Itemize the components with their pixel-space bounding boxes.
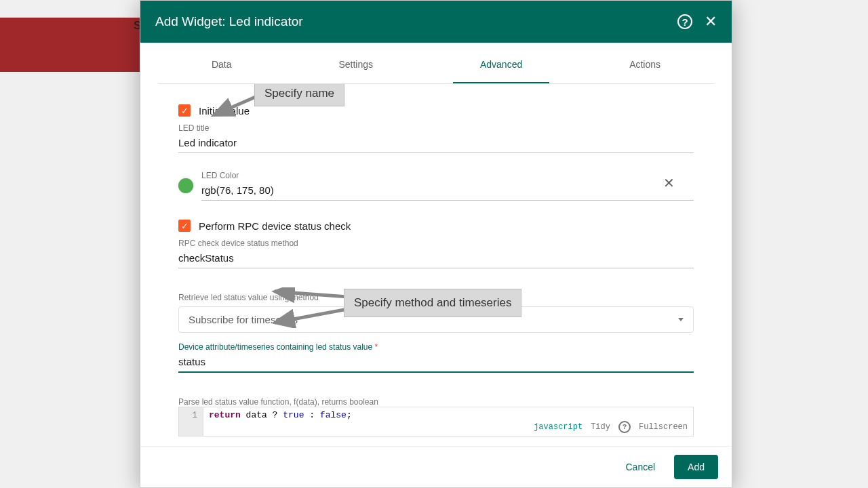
editor-lang-button[interactable]: javascript	[534, 422, 583, 432]
code-editor[interactable]: 1 return data ? true : false; javascript…	[178, 407, 694, 436]
editor-toolbar: javascript Tidy ? Fullscreen	[534, 421, 688, 433]
cancel-button[interactable]: Cancel	[616, 455, 665, 479]
dialog-footer: Cancel Add	[140, 446, 732, 487]
tab-settings[interactable]: Settings	[311, 59, 400, 83]
tab-advanced[interactable]: Advanced	[453, 59, 549, 83]
form-area: ✓ Initial value LED title LED Color ✕ ✓ …	[140, 84, 732, 446]
clear-color-icon[interactable]: ✕	[663, 175, 675, 191]
code-line: return data ? true : false;	[203, 407, 357, 423]
tabs-bar: Data Settings Advanced Actions	[158, 43, 714, 84]
add-button[interactable]: Add	[674, 455, 718, 479]
background-strip	[0, 18, 140, 72]
led-color-input[interactable]	[201, 180, 694, 201]
svg-line-1	[275, 291, 348, 297]
dialog-body: Data Settings Advanced Actions ✓ Initial…	[140, 43, 732, 446]
led-title-label: LED title	[178, 123, 694, 133]
led-color-label: LED Color	[201, 171, 694, 180]
annotation-arrow-2	[268, 287, 356, 328]
add-widget-dialog: Add Widget: Led indicator ? ✕ Data Setti…	[140, 0, 732, 488]
led-color-swatch[interactable]	[178, 178, 193, 193]
initial-value-checkbox[interactable]: ✓	[178, 104, 191, 117]
perform-rpc-label: Perform RPC device status check	[199, 220, 351, 232]
led-title-input[interactable]	[178, 133, 694, 153]
perform-rpc-checkbox[interactable]: ✓	[178, 220, 191, 232]
attribute-input[interactable]	[178, 352, 694, 373]
editor-help-icon[interactable]: ?	[618, 421, 631, 433]
dialog-header: Add Widget: Led indicator ? ✕	[140, 1, 732, 43]
help-icon[interactable]: ?	[677, 14, 692, 29]
code-gutter: 1	[179, 407, 203, 436]
tab-data[interactable]: Data	[184, 59, 259, 83]
svg-line-2	[275, 309, 348, 323]
rpc-method-label: RPC check device status method	[178, 239, 694, 248]
rpc-method-input[interactable]	[178, 248, 694, 268]
attribute-label: Device attribute/timeseries containing l…	[178, 342, 694, 352]
close-icon[interactable]: ✕	[705, 14, 717, 29]
chevron-down-icon	[678, 318, 684, 321]
dialog-title: Add Widget: Led indicator	[155, 14, 677, 29]
annotation-specify-method: Specify method and timeseries	[344, 289, 521, 317]
editor-tidy-button[interactable]: Tidy	[591, 422, 610, 432]
annotation-specify-name: Specify name	[254, 84, 344, 106]
tab-actions[interactable]: Actions	[602, 59, 688, 83]
svg-line-0	[214, 96, 257, 115]
editor-fullscreen-button[interactable]: Fullscreen	[639, 422, 688, 432]
parse-function-label: Parse led status value function, f(data)…	[178, 397, 694, 407]
